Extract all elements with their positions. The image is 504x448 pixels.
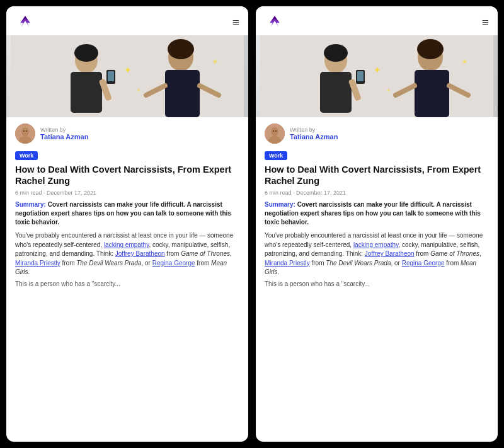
left-category-badge[interactable]: Work <box>15 151 38 160</box>
svg-point-38 <box>271 127 278 136</box>
svg-point-31 <box>417 39 444 59</box>
svg-text:★: ★ <box>462 58 467 65</box>
right-author-row: Written by Tatiana Azman <box>265 123 489 144</box>
svg-rect-22 <box>260 35 493 117</box>
left-author-info: Written by Tatiana Azman <box>40 127 88 141</box>
left-article-title: How to Deal With Covert Narcissists, Fro… <box>15 164 239 187</box>
right-author-info: Written by Tatiana Azman <box>290 127 338 141</box>
right-avatar <box>265 123 285 144</box>
left-link-regina[interactable]: Regina George <box>152 260 195 267</box>
svg-point-19 <box>23 130 25 132</box>
right-article-content: Written by Tatiana Azman Work How to Dea… <box>256 117 498 442</box>
svg-text:✦: ✦ <box>137 88 141 93</box>
left-body-text: You've probably encountered a narcissist… <box>15 231 239 277</box>
svg-text:✦: ✦ <box>374 66 381 75</box>
left-meta: 6 min read · December 17, 2021 <box>15 190 239 196</box>
logo-left <box>15 14 35 30</box>
svg-rect-30 <box>415 70 449 117</box>
left-link-miranda[interactable]: Miranda Priestly <box>15 260 60 267</box>
left-header: ≡ <box>6 6 248 35</box>
left-written-by: Written by <box>40 127 88 133</box>
right-panel: ≡ ✦ ★ ✦ <box>256 6 498 442</box>
right-summary: Summary: Covert narcissists can make you… <box>265 200 489 227</box>
left-link-empathy[interactable]: lacking empathy <box>104 241 149 248</box>
left-summary-text: Covert narcissists can make your life di… <box>15 201 231 226</box>
right-body-text: You've probably encountered a narcissist… <box>265 231 489 277</box>
svg-rect-3 <box>71 72 102 113</box>
left-truncated-text: This is a person who has a "scarcity... <box>15 280 239 287</box>
left-link-joffrey[interactable]: Joffrey Baratheon <box>115 250 165 257</box>
svg-rect-7 <box>108 71 114 81</box>
svg-rect-28 <box>357 71 364 81</box>
svg-rect-1 <box>11 35 244 117</box>
svg-text:✦: ✦ <box>386 88 391 93</box>
right-article-title: How to Deal With Covert Narcissists, Fro… <box>265 164 489 187</box>
left-author-row: Written by Tatiana Azman <box>15 123 239 144</box>
right-summary-text: Covert narcissists can make your life di… <box>265 201 481 226</box>
right-link-empathy[interactable]: lacking empathy <box>353 241 399 248</box>
logo-right <box>265 14 285 30</box>
svg-text:✦: ✦ <box>124 66 132 75</box>
svg-point-40 <box>273 130 274 132</box>
right-link-miranda[interactable]: Miranda Priestly <box>265 260 310 267</box>
left-author-name[interactable]: Tatiana Azman <box>40 133 88 141</box>
left-avatar <box>15 123 35 144</box>
left-summary: Summary: Covert narcissists can make you… <box>15 200 239 227</box>
hero-image-left: ✦ ★ ✦ <box>6 35 248 117</box>
hamburger-right[interactable]: ≡ <box>482 15 489 30</box>
svg-point-10 <box>168 39 194 59</box>
svg-point-20 <box>26 130 27 132</box>
svg-rect-9 <box>165 70 200 117</box>
svg-point-4 <box>74 44 98 62</box>
right-link-regina[interactable]: Regina George <box>402 260 445 267</box>
left-summary-label: Summary: <box>15 201 46 208</box>
right-summary-label: Summary: <box>265 201 295 208</box>
left-panel: ≡ <box>6 6 248 442</box>
svg-rect-24 <box>320 72 352 113</box>
hamburger-left[interactable]: ≡ <box>232 15 239 30</box>
right-author-name[interactable]: Tatiana Azman <box>290 133 338 141</box>
right-written-by: Written by <box>290 127 338 133</box>
right-link-joffrey[interactable]: Joffrey Baratheon <box>365 250 415 257</box>
left-article-content: Written by Tatiana Azman Work How to Dea… <box>6 117 248 442</box>
right-meta: 6 min read · December 17, 2021 <box>265 190 489 196</box>
svg-point-17 <box>21 127 29 136</box>
svg-point-41 <box>275 130 277 132</box>
svg-text:★: ★ <box>212 58 218 65</box>
right-header: ≡ <box>256 6 498 35</box>
hero-image-right: ✦ ★ ✦ <box>256 35 498 117</box>
right-category-badge[interactable]: Work <box>265 151 287 160</box>
svg-point-25 <box>324 44 348 62</box>
screen-wrapper: ≡ <box>0 0 504 448</box>
right-truncated-text: This is a person who has a "scarcity... <box>265 280 489 287</box>
